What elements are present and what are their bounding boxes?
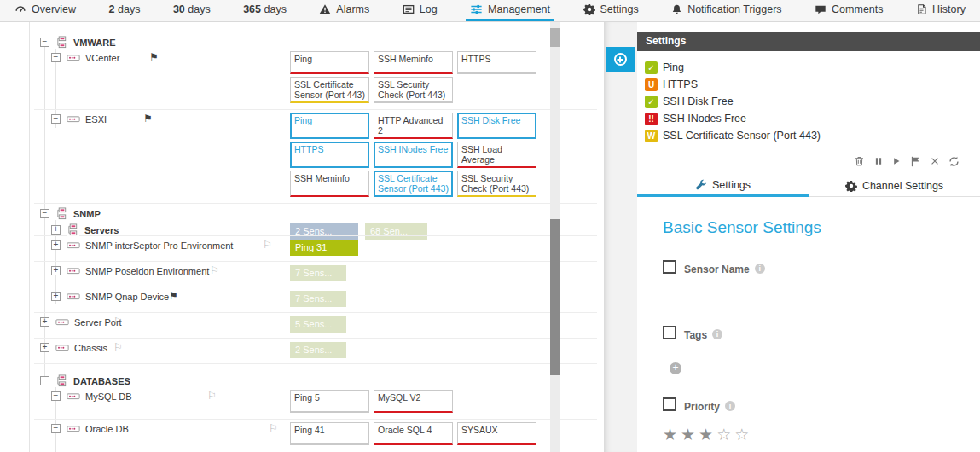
nav-item-notification-triggers[interactable]: Notification Triggers — [667, 0, 786, 21]
device-name[interactable]: Oracle DB — [85, 424, 129, 434]
sensor-box[interactable]: SYSAUX — [457, 422, 536, 445]
selected-sensor-ssh-disk-free[interactable]: ✓SSH Disk Free — [645, 93, 980, 110]
expand-toggle[interactable]: + — [51, 292, 61, 301]
sensor-box[interactable]: Ping — [290, 51, 369, 74]
flag-icon[interactable]: ⚐ — [269, 423, 278, 433]
flag-icon[interactable]: ⚐ — [263, 240, 272, 250]
sensor-count-badge[interactable]: 7 Sens... — [290, 291, 346, 307]
tags-input[interactable] — [663, 380, 963, 380]
group-name[interactable]: Servers — [84, 225, 119, 235]
nav-item-30-days[interactable]: 30 days — [169, 0, 215, 21]
sensor-grid: Ping 41Oracle SQL 4SYSAUX — [290, 420, 556, 452]
nav-item-365-days[interactable]: 365 days — [239, 0, 291, 21]
sensor-box[interactable]: SSH Load Average — [457, 142, 536, 168]
tags-checkbox[interactable] — [663, 326, 676, 339]
selected-sensor-ssh-inodes-free[interactable]: !!SSH INodes Free — [645, 110, 980, 127]
sensor-box[interactable]: SSL Certificate Sensor (Port 443) — [374, 171, 453, 197]
collapse-toggle[interactable]: − — [40, 376, 49, 385]
sensor-box[interactable]: Ping 5 — [290, 390, 369, 413]
refresh-button[interactable] — [948, 156, 960, 167]
device-name[interactable]: SNMP Poseidon Environment — [85, 266, 209, 276]
flag-icon[interactable]: ⚐ — [207, 391, 217, 401]
tree-scrollbar-thumb[interactable] — [550, 219, 560, 375]
device-name[interactable]: VCenter — [85, 53, 119, 63]
sensor-box[interactable]: Oracle SQL 4 — [374, 422, 453, 445]
info-icon[interactable]: i — [725, 401, 735, 411]
device-name[interactable]: ESXI — [85, 114, 107, 125]
collapse-toggle[interactable]: − — [40, 38, 49, 47]
delete-button[interactable] — [854, 155, 865, 167]
collapse-toggle[interactable]: − — [51, 391, 61, 401]
device-name[interactable]: MySQL DB — [85, 391, 132, 402]
sensor-box[interactable]: SSH Meminfo — [374, 51, 453, 74]
selected-sensor-ping[interactable]: ✓Ping — [645, 59, 980, 76]
expand-toggle[interactable]: + — [51, 266, 61, 275]
expand-toggle[interactable]: + — [40, 317, 49, 327]
priority-star-1[interactable]: ★ — [663, 426, 681, 443]
group-name[interactable]: DATABASES — [73, 376, 130, 386]
pause-button[interactable] — [874, 156, 883, 166]
sensor-box[interactable]: Ping — [290, 113, 369, 139]
close-button[interactable] — [931, 157, 939, 165]
collapse-toggle[interactable]: − — [51, 424, 61, 433]
priority-star-3[interactable]: ★ — [699, 426, 716, 443]
flag-icon[interactable]: ⚐ — [113, 316, 123, 327]
sensor-box[interactable]: HTTPS — [290, 142, 369, 168]
flag-button[interactable] — [910, 156, 921, 167]
sensor-count-badge[interactable]: 5 Sens... — [290, 316, 346, 333]
priority-star-2[interactable]: ★ — [681, 426, 699, 443]
flag-icon[interactable]: ⚐ — [113, 342, 123, 352]
sensor-count-badge[interactable]: 2 Sens... — [290, 342, 346, 358]
nav-item-2-days[interactable]: 2 days — [105, 0, 145, 21]
sensor-box[interactable]: HTTPS — [457, 51, 536, 74]
info-icon[interactable]: i — [755, 264, 765, 274]
flag-icon[interactable]: ⚑ — [149, 52, 159, 62]
selected-sensor-ssl-certificate-sensor-port-443[interactable]: WSSL Certificate Sensor (Port 443) — [645, 127, 980, 144]
flag-icon[interactable]: ⚐ — [210, 265, 219, 275]
expand-toggle[interactable]: + — [51, 240, 61, 250]
info-icon[interactable]: i — [712, 329, 722, 339]
add-sensor-button[interactable] — [606, 47, 635, 72]
sensor-box[interactable]: SSL Certificate Sensor (Port 443) — [290, 77, 369, 103]
priority-star-4[interactable]: ☆ — [716, 426, 734, 443]
sensor-box[interactable]: Ping 41 — [290, 422, 369, 445]
collapse-toggle[interactable]: − — [51, 114, 61, 124]
device-name[interactable]: Chassis — [74, 343, 107, 353]
nav-item-log[interactable]: Log — [398, 0, 442, 21]
flag-icon[interactable]: ⚑ — [169, 291, 178, 301]
nav-item-overview[interactable]: Overview — [10, 0, 80, 21]
device-name[interactable]: SNMP Qnap Device — [85, 292, 169, 302]
nav-item-history[interactable]: History — [912, 0, 970, 21]
sensor-count-badge[interactable]: 7 Sens... — [290, 265, 346, 281]
add-tag-icon[interactable]: + — [670, 362, 681, 374]
sensor-box[interactable]: SSL Security Check (Port 443) — [374, 77, 453, 103]
nav-item-alarms[interactable]: Alarms — [315, 0, 374, 21]
sensor-name-checkbox[interactable] — [663, 260, 676, 274]
device-name[interactable]: SNMP interSeptor Pro Environment — [85, 240, 233, 251]
expand-toggle[interactable]: + — [40, 343, 49, 352]
priority-checkbox[interactable] — [663, 397, 676, 411]
nav-item-management[interactable]: Management — [466, 0, 554, 21]
sensor-box[interactable]: SSH Disk Free — [457, 113, 536, 139]
flag-icon[interactable]: ⚑ — [143, 113, 153, 124]
resume-button[interactable] — [892, 156, 901, 166]
selected-sensor-https[interactable]: UHTTPS — [645, 76, 980, 93]
sensor-box[interactable]: SSH INodes Free — [374, 142, 453, 168]
sensor-box[interactable]: SSH Meminfo — [290, 171, 369, 197]
expand-toggle[interactable]: + — [51, 225, 61, 235]
tab-channel-settings[interactable]: Channel Settings — [809, 176, 980, 197]
group-name[interactable]: SNMP — [73, 209, 101, 219]
tree-scrollbar-thumb-top[interactable] — [550, 28, 560, 47]
tab-settings[interactable]: Settings — [637, 176, 809, 197]
nav-item-settings[interactable]: Settings — [579, 0, 643, 21]
sensor-box[interactable]: SSL Security Check (Port 443) — [457, 171, 536, 197]
collapse-toggle[interactable]: − — [51, 53, 61, 62]
sensor-box[interactable]: HTTP Advanced 2 — [374, 113, 453, 139]
nav-item-comments[interactable]: Comments — [810, 0, 887, 21]
device-icon — [55, 316, 69, 327]
sensor-box[interactable]: MySQL V2 — [374, 390, 453, 413]
sensor-count-badge[interactable]: Ping 31 — [290, 240, 358, 256]
collapse-toggle[interactable]: − — [40, 209, 49, 218]
priority-star-5[interactable]: ☆ — [734, 426, 752, 443]
group-name[interactable]: VMWARE — [73, 38, 116, 48]
